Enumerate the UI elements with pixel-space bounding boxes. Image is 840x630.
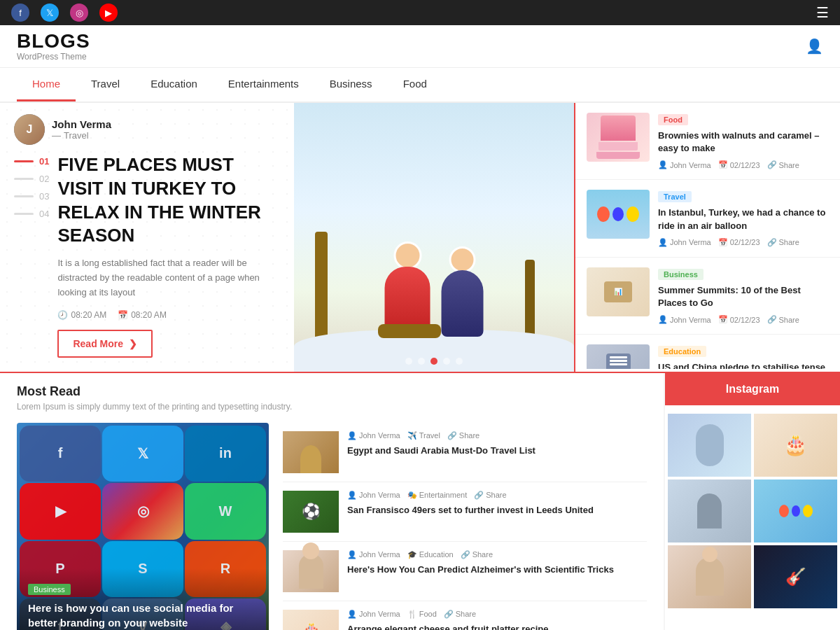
post-thumb-2 [587, 190, 650, 239]
dot-5[interactable] [456, 358, 463, 365]
post-meta-2: 👤 John Verma 📅 02/12/23 🔗 Share [658, 238, 829, 247]
main-area: J John Verma Travel 01 02 03 [0, 103, 840, 373]
app-instagram: ◎ [102, 483, 183, 540]
list-thumb-2: ⚽ [283, 491, 339, 533]
slide-line-3 [14, 195, 34, 197]
youtube-icon[interactable]: ▶ [99, 4, 118, 22]
post-date-1: 📅 02/12/23 [718, 160, 760, 169]
slider-dots [405, 358, 463, 365]
slide-line-2 [14, 178, 34, 180]
post-content-1: Food Brownies with walnuts and caramel –… [658, 113, 829, 169]
instagram-grid: 🎂 [665, 414, 840, 608]
nav-education[interactable]: Education [135, 68, 213, 102]
list-category-1: ✈️ Travel [407, 431, 440, 440]
post-share-3[interactable]: 🔗 Share [767, 315, 799, 324]
post-thumb-1 [587, 113, 650, 162]
instagram-sidebar: Instagram 🎂 [665, 373, 840, 630]
slide-label-4: 04 [39, 209, 49, 219]
list-category-4: 🍴 Food [407, 610, 437, 619]
instagram-section: Instagram 🎂 [665, 373, 840, 620]
right-panel: Food Brownies with walnuts and caramel –… [574, 103, 840, 372]
list-item-1: 👤 John Verma ✈️ Travel 🔗 Share Egypt and… [283, 423, 647, 482]
hero-text: FIVE PLACES MUST VISIT IN TURKEY TO RELA… [57, 153, 280, 358]
list-title-4: Arrange elegant cheese and fruit platter… [347, 623, 647, 630]
insta-thumb-6[interactable]: 🎸 [754, 545, 837, 608]
author-info: John Verma Travel [52, 118, 111, 141]
log [378, 324, 441, 338]
most-read-desc: Lorem Ipsum is simply dummy text of the … [17, 402, 647, 412]
slide-num-3: 03 [14, 191, 49, 202]
slide-num-2: 02 [14, 174, 49, 184]
list-share-2[interactable]: 🔗 Share [474, 491, 506, 500]
post-meta-1: 👤 John Verma 📅 02/12/23 🔗 Share [658, 160, 829, 169]
insta-thumb-4[interactable] [754, 479, 837, 542]
author-category: Travel [52, 130, 111, 141]
facebook-icon[interactable]: f [11, 4, 29, 22]
post-share-1[interactable]: 🔗 Share [767, 160, 799, 169]
post-author-1: 👤 John Verma [658, 160, 711, 169]
post-author-2: 👤 John Verma [658, 238, 711, 247]
post-date-2: 📅 02/12/23 [718, 238, 760, 247]
insta-thumb-3[interactable] [668, 479, 751, 542]
dot-4[interactable] [443, 358, 450, 365]
post-meta-3: 👤 John Verma 📅 02/12/23 🔗 Share [658, 315, 829, 324]
list-share-3[interactable]: 🔗 Share [461, 550, 493, 559]
most-read-content: f 𝕏 in ▶ ◎ W P S R t V ◈ Business [17, 423, 647, 630]
slide-label-2: 02 [39, 174, 49, 184]
slide-line-1 [14, 160, 34, 162]
chevron-right-icon: ❯ [129, 338, 137, 349]
list-meta-3: 👤 John Verma 🎓 Education 🔗 Share [347, 550, 647, 559]
post-list: 👤 John Verma ✈️ Travel 🔗 Share Egypt and… [283, 423, 647, 630]
list-meta-2: 👤 John Verma 🎭 Entertainment 🔗 Share [347, 491, 647, 500]
post-item-2: Travel In Istanbul, Turkey, we had a cha… [575, 180, 840, 257]
post-item-3: 📊 Business Summer Summits: 10 of the Bes… [575, 258, 840, 335]
instagram-button[interactable]: Instagram [665, 373, 840, 405]
nav-entertainments[interactable]: Entertainments [213, 68, 314, 102]
instagram-icon[interactable]: ◎ [70, 4, 88, 22]
featured-post: f 𝕏 in ▶ ◎ W P S R t V ◈ Business [17, 423, 269, 630]
dot-3[interactable] [430, 358, 438, 365]
list-content-3: 👤 John Verma 🎓 Education 🔗 Share Here's … [347, 550, 647, 576]
list-share-1[interactable]: 🔗 Share [447, 431, 479, 440]
app-youtube: ▶ [20, 483, 101, 540]
list-item-4: 🎂 👤 John Verma 🍴 Food 🔗 Share Arrange el… [283, 601, 647, 630]
user-icon[interactable]: 👤 [806, 38, 823, 55]
post-date-3: 📅 02/12/23 [718, 315, 760, 324]
list-item-2: ⚽ 👤 John Verma 🎭 Entertainment 🔗 Share S… [283, 482, 647, 542]
hamburger-icon[interactable]: ☰ [816, 4, 829, 21]
post-author-3: 👤 John Verma [658, 315, 711, 324]
slide-label-3: 03 [39, 191, 49, 202]
list-category-2: 🎭 Entertainment [407, 491, 467, 500]
dot-1[interactable] [405, 358, 412, 365]
logo-subtitle: WordPress Theme [17, 52, 90, 62]
list-author-4: 👤 John Verma [347, 610, 400, 619]
nav-business[interactable]: Business [314, 68, 388, 102]
hero-slider[interactable] [294, 103, 574, 372]
post-title-2: In Istanbul, Turkey, we had a chance to … [658, 206, 829, 232]
insta-thumb-1[interactable] [668, 414, 751, 477]
post-title-4: US and China pledge to stabilise tense r… [658, 361, 829, 369]
list-content-1: 👤 John Verma ✈️ Travel 🔗 Share Egypt and… [347, 431, 647, 457]
navigation: Home Travel Education Entertainments Bus… [0, 68, 840, 103]
insta-thumb-2[interactable]: 🎂 [754, 414, 837, 477]
post-item-1: Food Brownies with walnuts and caramel –… [575, 103, 840, 180]
dot-2[interactable] [418, 358, 425, 365]
read-more-button[interactable]: Read More ❯ [57, 330, 153, 358]
nav-home[interactable]: Home [17, 68, 76, 102]
nav-food[interactable]: Food [388, 68, 442, 102]
list-author-2: 👤 John Verma [347, 491, 400, 500]
hero-section: J John Verma Travel 01 02 03 [0, 103, 294, 372]
figure-1 [385, 241, 430, 337]
insta-thumb-5[interactable] [668, 545, 751, 608]
list-item-3: 👤 John Verma 🎓 Education 🔗 Share Here's … [283, 542, 647, 601]
avatar: J [14, 114, 45, 145]
post-tag-4: Education [658, 346, 706, 357]
list-share-4[interactable]: 🔗 Share [444, 610, 476, 619]
post-thumb-4 [587, 344, 650, 369]
post-share-2[interactable]: 🔗 Share [767, 238, 799, 247]
list-meta-4: 👤 John Verma 🍴 Food 🔗 Share [347, 610, 647, 619]
app-whatsapp: W [185, 483, 266, 540]
post-tag-3: Business [658, 269, 704, 280]
twitter-icon[interactable]: 𝕏 [41, 4, 59, 22]
nav-travel[interactable]: Travel [76, 68, 135, 102]
